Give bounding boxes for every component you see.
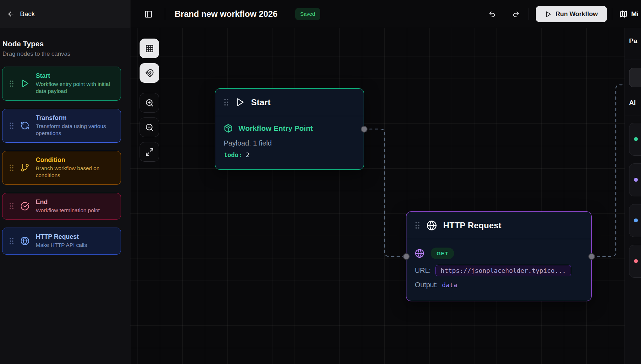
redo-button[interactable] bbox=[509, 7, 523, 21]
payload-summary: Payload: 1 field bbox=[224, 139, 355, 147]
node-type-name: End bbox=[36, 198, 100, 206]
node-subtitle: Workflow Entry Point bbox=[238, 124, 313, 133]
drag-handle-icon[interactable] bbox=[415, 221, 420, 229]
snap-magnet-button[interactable] bbox=[140, 63, 159, 83]
undo-icon bbox=[488, 11, 496, 18]
node-type-text: Start Workflow entry point with initial … bbox=[36, 72, 116, 95]
divider bbox=[165, 8, 165, 20]
globe-icon bbox=[426, 220, 437, 231]
drag-handle-icon[interactable] bbox=[9, 237, 14, 245]
zoom-out-button[interactable] bbox=[140, 117, 159, 137]
run-workflow-button[interactable]: Run Workflow bbox=[536, 6, 607, 22]
http-method-badge: GET bbox=[431, 248, 454, 259]
undo-button[interactable] bbox=[485, 7, 499, 21]
right-panel-title: Pa bbox=[629, 37, 637, 45]
node-type-text: Condition Branch workflow based on condi… bbox=[36, 156, 116, 179]
back-label: Back bbox=[20, 10, 35, 18]
play-icon bbox=[20, 79, 29, 88]
url-label: URL: bbox=[415, 267, 431, 275]
right-panel-button[interactable] bbox=[629, 68, 641, 87]
field-value: 2 bbox=[246, 151, 250, 159]
node-body: GET URL: https://jsonplaceholder.typico.… bbox=[406, 239, 591, 289]
purple-dot-icon bbox=[634, 178, 638, 182]
redo-icon bbox=[512, 11, 520, 18]
drag-handle-icon[interactable] bbox=[9, 164, 14, 171]
right-panel-list-item[interactable] bbox=[629, 245, 641, 278]
panel-left-icon bbox=[144, 10, 153, 18]
sidebar-title: Node Types bbox=[2, 40, 130, 48]
run-workflow-label: Run Workflow bbox=[555, 11, 598, 18]
back-button[interactable]: Back bbox=[0, 0, 130, 28]
node-type-card-http-request[interactable]: HTTP Request Make HTTP API calls bbox=[2, 228, 121, 254]
snap-grid-button[interactable] bbox=[140, 39, 159, 58]
node-type-description: Workflow entry point with initial data p… bbox=[36, 81, 116, 95]
drag-handle-icon[interactable] bbox=[9, 80, 14, 87]
right-panel-list-item[interactable] bbox=[629, 204, 641, 237]
node-type-card-condition[interactable]: Condition Branch workflow based on condi… bbox=[2, 151, 121, 185]
canvas-node-http-request[interactable]: HTTP Request GET URL: https://jsonplaceh… bbox=[406, 211, 592, 301]
package-icon bbox=[224, 124, 233, 133]
node-type-text: Transform Transform data using various o… bbox=[36, 114, 116, 137]
node-type-text: End Workflow termination point bbox=[36, 198, 100, 214]
sidebar-subtitle: Drag nodes to the canvas bbox=[2, 50, 130, 58]
node-type-description: Transform data using various operations bbox=[36, 123, 116, 137]
fit-view-button[interactable] bbox=[140, 142, 159, 162]
check-circle-icon bbox=[20, 202, 29, 211]
zoom-in-button[interactable] bbox=[140, 93, 159, 113]
http-output-port[interactable] bbox=[588, 253, 595, 260]
red-dot-icon bbox=[634, 259, 638, 263]
workflow-title: Brand new workflow 2026 bbox=[175, 0, 277, 28]
node-type-name: Condition bbox=[36, 156, 116, 164]
node-type-name: HTTP Request bbox=[36, 233, 87, 241]
divider bbox=[612, 8, 612, 20]
play-icon bbox=[235, 97, 245, 107]
drag-handle-icon[interactable] bbox=[9, 122, 14, 129]
connection-edges bbox=[130, 28, 641, 364]
minimap-toggle[interactable] bbox=[619, 10, 628, 18]
drag-handle-icon[interactable] bbox=[9, 202, 14, 210]
start-output-port[interactable] bbox=[361, 126, 367, 133]
output-label: Output: bbox=[415, 281, 438, 289]
field-key: todo: bbox=[224, 151, 242, 159]
output-value: data bbox=[442, 281, 457, 289]
canvas-node-start[interactable]: Start Workflow Entry Point Payload: 1 fi… bbox=[215, 88, 364, 170]
right-panel-list-item[interactable] bbox=[629, 123, 641, 156]
node-type-name: Transform bbox=[36, 114, 116, 122]
right-panel-section-label: Al bbox=[629, 99, 636, 107]
node-header[interactable]: Start bbox=[215, 89, 364, 116]
output-row: Output: data bbox=[415, 281, 583, 289]
node-header[interactable]: HTTP Request bbox=[406, 212, 591, 239]
expand-icon bbox=[145, 148, 154, 156]
zoom-in-icon bbox=[145, 99, 154, 107]
right-panel-list-item[interactable] bbox=[629, 163, 641, 196]
node-type-description: Branch workflow based on conditions bbox=[36, 165, 116, 179]
divider bbox=[625, 115, 641, 115]
workflow-canvas[interactable]: Start Workflow Entry Point Payload: 1 fi… bbox=[130, 28, 641, 364]
sidebar-toggle-button[interactable] bbox=[141, 7, 155, 21]
magnet-icon bbox=[145, 69, 154, 77]
divider bbox=[528, 8, 528, 20]
node-type-card-transform[interactable]: Transform Transform data using various o… bbox=[2, 109, 121, 143]
toolbar-divider bbox=[144, 88, 155, 88]
url-value-field[interactable]: https://jsonplaceholder.typico... bbox=[436, 265, 572, 276]
connection-start-to-http[interactable] bbox=[364, 129, 406, 256]
node-type-card-start[interactable]: Start Workflow entry point with initial … bbox=[2, 67, 121, 101]
play-icon bbox=[545, 11, 552, 18]
payload-field: todo:2 bbox=[224, 151, 355, 159]
green-dot-icon bbox=[634, 137, 638, 141]
minimap-label-truncated: Mi bbox=[631, 0, 639, 28]
node-title: HTTP Request bbox=[443, 221, 501, 230]
node-type-text: HTTP Request Make HTTP API calls bbox=[36, 233, 87, 249]
method-row: GET bbox=[415, 248, 583, 259]
node-type-card-end[interactable]: End Workflow termination point bbox=[2, 193, 121, 220]
workflow-editor-app: Back Brand new workflow 2026 Saved Run W… bbox=[0, 0, 641, 364]
globe-icon bbox=[20, 236, 29, 245]
divider bbox=[625, 60, 641, 60]
canvas-toolbar bbox=[140, 39, 159, 167]
node-type-description: Workflow termination point bbox=[36, 207, 100, 214]
drag-handle-icon[interactable] bbox=[224, 98, 229, 106]
top-bar: Back Brand new workflow 2026 Saved Run W… bbox=[0, 0, 641, 28]
right-panel-truncated: Pa Al bbox=[625, 28, 641, 364]
zoom-out-icon bbox=[145, 123, 154, 132]
http-input-port[interactable] bbox=[403, 253, 410, 260]
